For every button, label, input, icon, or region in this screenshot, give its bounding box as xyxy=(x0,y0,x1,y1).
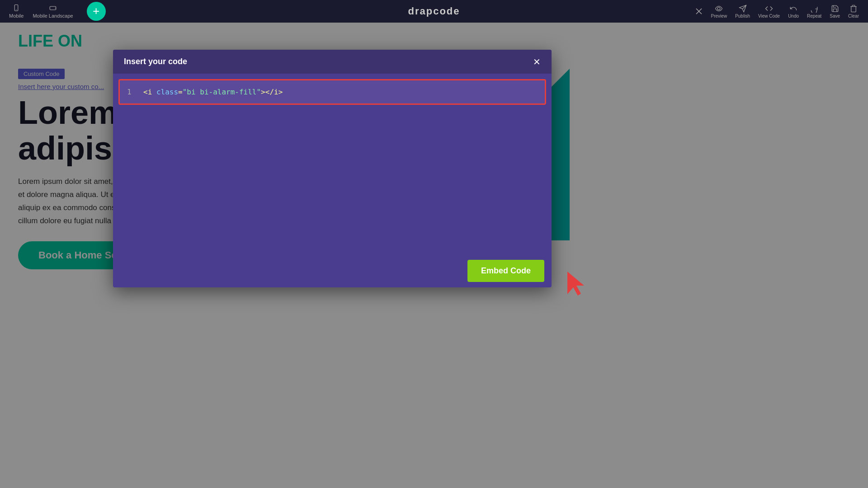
modal-header: Insert your code ✕ xyxy=(113,50,552,74)
landscape-label: Mobile Landscape xyxy=(33,13,73,19)
repeat-icon xyxy=(810,5,818,13)
toolbar-left: Mobile Mobile Landscape + xyxy=(9,2,110,21)
modal-body: 1 <i class="bi bi-alarm-fill"></i> xyxy=(113,74,552,254)
svg-marker-7 xyxy=(567,272,584,296)
code-attr-name: class xyxy=(156,88,178,96)
canvas-area: LIFE ON Custom Code Insert here your cus… xyxy=(0,23,868,488)
code-empty-area[interactable] xyxy=(118,108,546,217)
preview-button[interactable]: Preview xyxy=(711,5,727,19)
code-line-1: 1 <i class="bi bi-alarm-fill"></i> xyxy=(127,88,538,96)
code-equals: = xyxy=(178,88,183,96)
code-close-tag: </i> xyxy=(265,88,283,96)
repeat-button[interactable]: Repeat xyxy=(807,5,821,19)
view-code-button[interactable]: View Code xyxy=(758,5,780,19)
add-element-button[interactable]: + xyxy=(87,2,106,21)
save-icon xyxy=(831,5,839,13)
modal-title: Insert your code xyxy=(124,57,187,66)
cursor-arrow-icon xyxy=(565,269,588,296)
cursor-indicator xyxy=(565,269,588,298)
insert-code-modal: Insert your code ✕ 1 <i class="bi bi-ala… xyxy=(113,50,552,287)
clear-icon xyxy=(849,5,858,13)
code-editor[interactable]: 1 <i class="bi bi-alarm-fill"></i> xyxy=(118,79,546,105)
svg-point-3 xyxy=(55,8,56,9)
svg-point-6 xyxy=(717,7,720,10)
modal-close-button[interactable]: ✕ xyxy=(533,57,541,66)
toolbar-right: Preview Publish View Code Undo xyxy=(695,5,859,19)
modal-footer: Embed Code xyxy=(113,254,552,287)
close-icon xyxy=(695,7,703,15)
code-close-bracket: > xyxy=(261,88,265,96)
mobile-icon xyxy=(12,4,20,12)
publish-button[interactable]: Publish xyxy=(735,5,750,19)
add-icon: + xyxy=(93,5,99,17)
save-label: Save xyxy=(830,14,840,19)
publish-label: Publish xyxy=(735,14,750,19)
undo-label: Undo xyxy=(788,14,799,19)
preview-label: Preview xyxy=(711,14,727,19)
code-open-tag: <i xyxy=(143,88,156,96)
view-code-icon xyxy=(765,5,773,13)
view-code-label: View Code xyxy=(758,14,780,19)
embed-code-button[interactable]: Embed Code xyxy=(467,260,544,282)
landscape-view-button[interactable]: Mobile Landscape xyxy=(33,4,73,19)
preview-icon xyxy=(715,5,723,13)
clear-label: Clear xyxy=(848,14,859,19)
undo-button[interactable]: Undo xyxy=(788,5,799,19)
clear-button[interactable]: Clear xyxy=(848,5,859,19)
toolbar: Mobile Mobile Landscape + drapcode xyxy=(0,0,868,23)
svg-point-1 xyxy=(16,9,17,10)
repeat-label: Repeat xyxy=(807,14,821,19)
mobile-label: Mobile xyxy=(9,13,24,19)
publish-icon xyxy=(739,5,747,13)
line-number: 1 xyxy=(127,88,136,96)
mobile-view-button[interactable]: Mobile xyxy=(9,4,24,19)
undo-icon xyxy=(789,5,797,13)
code-attr-value: "bi bi-alarm-fill" xyxy=(183,88,261,96)
code-content: <i class="bi bi-alarm-fill"></i> xyxy=(143,88,283,96)
brand-title: drapcode xyxy=(408,5,460,17)
close-button[interactable] xyxy=(695,7,703,15)
save-button[interactable]: Save xyxy=(830,5,840,19)
landscape-icon xyxy=(49,4,57,12)
